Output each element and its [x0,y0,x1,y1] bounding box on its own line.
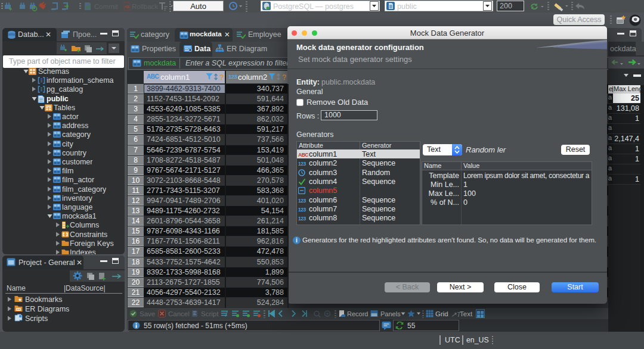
svg-text:?: ? [219,73,224,81]
svg-text:?: ? [282,73,287,81]
